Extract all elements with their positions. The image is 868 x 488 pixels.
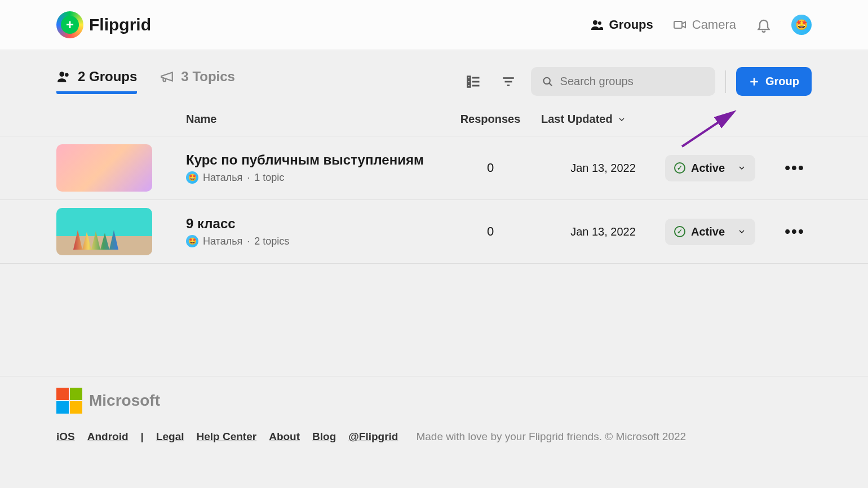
author-avatar: 🤩 xyxy=(186,171,198,184)
logo-icon: + xyxy=(56,11,83,38)
svg-rect-2 xyxy=(674,21,682,28)
row-date: Jan 13, 2022 xyxy=(541,162,665,175)
nav-groups[interactable]: Groups xyxy=(590,17,653,32)
th-name[interactable]: Name xyxy=(186,113,440,126)
status-dropdown[interactable]: ✓ Active xyxy=(665,219,755,245)
svg-rect-7 xyxy=(468,80,471,83)
svg-point-0 xyxy=(593,20,597,25)
row-meta: 🤩 Наталья · 1 topic xyxy=(186,171,440,184)
footer-about[interactable]: About xyxy=(269,431,300,443)
search-box[interactable] xyxy=(531,67,715,96)
chevron-down-icon xyxy=(737,163,746,172)
row-info: Курс по публичным выступлениям 🤩 Наталья… xyxy=(186,152,440,184)
camera-icon xyxy=(673,18,687,32)
avatar[interactable]: 🤩 xyxy=(791,15,812,35)
nav-camera-label: Camera xyxy=(692,17,736,32)
footer-legal[interactable]: Legal xyxy=(156,431,184,443)
svg-point-1 xyxy=(598,21,601,25)
header: + Flipgrid Groups Camera 🤩 xyxy=(0,0,868,50)
row-title: 9 класс xyxy=(186,216,440,232)
svg-point-3 xyxy=(59,72,64,77)
status-label: Active xyxy=(691,162,725,175)
tab-groups-label: 2 Groups xyxy=(78,69,137,85)
svg-point-4 xyxy=(65,73,69,77)
status-label: Active xyxy=(691,225,725,238)
th-last-updated[interactable]: Last Updated xyxy=(541,113,665,126)
th-responses[interactable]: Responses xyxy=(440,113,541,126)
search-icon xyxy=(542,76,553,88)
check-icon: ✓ xyxy=(674,226,685,237)
groups-icon xyxy=(56,69,71,84)
nav-camera[interactable]: Camera xyxy=(673,17,736,32)
row-responses: 0 xyxy=(440,161,541,175)
avatar-emoji: 🤩 xyxy=(795,19,808,31)
svg-rect-5 xyxy=(468,76,471,79)
row-responses: 0 xyxy=(440,224,541,239)
logo[interactable]: + Flipgrid xyxy=(56,11,151,38)
table-header: Name Responses Last Updated xyxy=(0,113,868,136)
row-meta: 🤩 Наталья · 2 topics xyxy=(186,235,440,247)
footer: Microsoft iOS Android | Legal Help Cente… xyxy=(0,376,868,454)
nav-groups-label: Groups xyxy=(609,17,653,32)
row-thumbnail xyxy=(56,144,152,192)
chevron-down-icon xyxy=(737,227,746,236)
tab-groups[interactable]: 2 Groups xyxy=(56,69,137,94)
row-author: Наталья xyxy=(203,236,242,247)
toolbar: 2 Groups 3 Topics Group xyxy=(0,50,868,113)
svg-point-14 xyxy=(543,77,550,83)
table-row[interactable]: 9 класс 🤩 Наталья · 2 topics 0 Jan 13, 2… xyxy=(0,200,868,264)
check-icon: ✓ xyxy=(674,162,685,174)
logo-text: Flipgrid xyxy=(89,15,151,34)
footer-separator: | xyxy=(141,431,144,443)
filter-icon xyxy=(501,74,516,89)
footer-help[interactable]: Help Center xyxy=(197,431,257,443)
microsoft-icon xyxy=(56,388,82,414)
row-topic-count: 2 topics xyxy=(254,236,289,247)
bell-icon[interactable] xyxy=(756,17,772,33)
footer-ios[interactable]: iOS xyxy=(56,431,75,443)
view-list-button[interactable] xyxy=(461,69,486,94)
plus-icon xyxy=(749,76,760,87)
create-group-label: Group xyxy=(765,75,799,88)
row-author: Наталья xyxy=(203,172,242,184)
tabs: 2 Groups 3 Topics xyxy=(56,69,235,94)
footer-links: iOS Android | Legal Help Center About Bl… xyxy=(56,431,812,443)
megaphone-icon xyxy=(160,69,174,84)
toolbar-actions: Group xyxy=(461,67,812,96)
microsoft-logo[interactable]: Microsoft xyxy=(56,388,812,414)
tab-topics-label: 3 Topics xyxy=(181,69,235,85)
header-nav: Groups Camera 🤩 xyxy=(590,15,812,35)
row-info: 9 класс 🤩 Наталья · 2 topics xyxy=(186,216,440,247)
svg-rect-9 xyxy=(468,84,471,87)
microsoft-text: Microsoft xyxy=(89,392,160,410)
th-last-updated-label: Last Updated xyxy=(541,113,613,126)
row-date: Jan 13, 2022 xyxy=(541,225,665,238)
list-icon xyxy=(466,74,481,90)
tab-topics[interactable]: 3 Topics xyxy=(160,69,235,94)
chevron-down-icon xyxy=(617,115,626,124)
table-row[interactable]: Курс по публичным выступлениям 🤩 Наталья… xyxy=(0,136,868,200)
more-button[interactable]: ••• xyxy=(778,159,812,177)
footer-handle[interactable]: @Flipgrid xyxy=(348,431,398,443)
footer-blog[interactable]: Blog xyxy=(312,431,336,443)
footer-android[interactable]: Android xyxy=(87,431,129,443)
divider xyxy=(725,70,726,93)
status-dropdown[interactable]: ✓ Active xyxy=(665,155,755,181)
groups-icon xyxy=(590,18,604,32)
more-button[interactable]: ••• xyxy=(778,223,812,241)
row-title: Курс по публичным выступлениям xyxy=(186,152,440,168)
author-avatar: 🤩 xyxy=(186,235,198,247)
create-group-button[interactable]: Group xyxy=(736,67,812,96)
row-thumbnail xyxy=(56,208,152,255)
svg-line-15 xyxy=(549,83,552,86)
filter-button[interactable] xyxy=(496,69,521,94)
footer-tagline: Made with love by your Flipgrid friends.… xyxy=(416,431,686,443)
search-input[interactable] xyxy=(560,75,704,88)
row-topic-count: 1 topic xyxy=(254,172,284,184)
